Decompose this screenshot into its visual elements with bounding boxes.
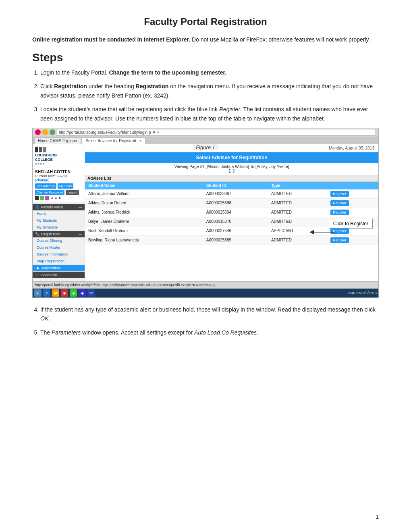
- cell-register[interactable]: Register: [327, 198, 378, 208]
- sidebar-item-my-students[interactable]: My Students: [33, 217, 85, 224]
- viewing-info: Viewing Page #1 [Allison, Joshua William…: [85, 163, 378, 175]
- sidebar: LOUISBURGCOLLEGE ■ ■ ■ ■ SHEILAH COTTEN …: [33, 144, 85, 281]
- cell-type: ADMITTED: [268, 189, 327, 199]
- sidebar-section-registration[interactable]: 🔧 Registration —: [33, 231, 85, 237]
- logo-bar-2: [39, 147, 42, 152]
- intro-paragraph: Online registration must be conducted in…: [32, 35, 379, 44]
- faculty-portal-arrow: —: [79, 205, 82, 209]
- step-4: If the student has any type of academic …: [40, 305, 379, 323]
- cell-id: A0000025889: [203, 235, 268, 245]
- change-password-button[interactable]: Change Password: [35, 190, 64, 195]
- cell-type: ADMITTED: [268, 235, 327, 245]
- registration-icon: 🔧: [35, 232, 39, 236]
- sidebar-item-degree-info[interactable]: Degree Information: [33, 251, 85, 258]
- sidebar-section-faculty-portal[interactable]: 👤 Faculty Portal —: [33, 204, 85, 210]
- step-5: The Parameters window opens. Accept all …: [40, 328, 379, 337]
- status-url: http://portal.louisburg.edu/eFaculty/efa…: [35, 283, 218, 287]
- step1-bold: Change the term to the upcoming semester…: [109, 69, 226, 76]
- sidebar-item-home[interactable]: Home: [33, 210, 85, 217]
- taskbar-start[interactable]: ⊞: [34, 289, 42, 297]
- sidebar-section-academic[interactable]: 🎓 Academic —: [33, 272, 85, 278]
- register-button[interactable]: Register: [330, 210, 349, 215]
- logo-bar-1: [35, 147, 38, 152]
- browser-address[interactable]: http://portal.louisburg.edu/eFaculty/efa…: [57, 129, 376, 135]
- table-row: Atkins, Devon Robert A0000025598 ADMITTE…: [85, 198, 378, 208]
- user-buttons: Edit Address My Stats Change Password Lo…: [35, 183, 82, 195]
- step-2: Click Registration under the heading Reg…: [40, 82, 379, 100]
- taskbar-ie[interactable]: e: [43, 289, 50, 297]
- advisee-list-label: Advisee List: [85, 175, 378, 182]
- steps-list: Login to the Faculty Portal. Change the …: [40, 68, 379, 123]
- registration-arrow: —: [79, 232, 82, 236]
- browser-tabs: Home CAMS Explorer Select Advisee for Re…: [33, 137, 378, 144]
- maximize-icon[interactable]: [50, 129, 55, 135]
- faculty-portal-icon: 👤: [35, 205, 39, 209]
- sidebar-nav: 👤 Faculty Portal — Home My Students My S…: [33, 202, 85, 280]
- viewing-range: Viewing Page #1 [Allison, Joshua William…: [87, 164, 377, 169]
- steps-list-continued: If the student has any type of academic …: [40, 305, 379, 337]
- taskbar-folder[interactable]: 📁: [52, 289, 59, 297]
- sidebar-item-stop-registration[interactable]: Stop Registration: [33, 258, 85, 265]
- cell-type: ADMITTED: [268, 217, 327, 226]
- steps-heading: Steps: [32, 51, 379, 64]
- college-tagline: ■ ■ ■ ■: [35, 162, 82, 165]
- cell-name: Atkins, Devon Robert: [85, 198, 203, 208]
- cell-id: A0000023887: [203, 189, 268, 199]
- academic-label: Academic: [41, 273, 57, 277]
- font-size-controls[interactable]: A A A: [51, 196, 61, 200]
- cell-id: A0000025694: [203, 208, 268, 217]
- taskbar-word[interactable]: W: [87, 289, 95, 297]
- step3-italic: Register: [219, 106, 240, 112]
- page-numbers: 1 2: [87, 169, 377, 173]
- sidebar-item-course-master[interactable]: Course Master: [33, 244, 85, 251]
- cell-type: ADMITTED: [268, 208, 327, 217]
- change-term-link[interactable]: (change): [35, 178, 50, 182]
- step4-italic: OK: [40, 315, 48, 322]
- user-name: SHEILAH COTTEN: [35, 170, 82, 174]
- minimize-icon[interactable]: [42, 129, 48, 135]
- page-num-1[interactable]: 1: [228, 169, 231, 173]
- taskbar-misc3[interactable]: ◆: [79, 289, 86, 297]
- browser-chrome: http://portal.louisburg.edu/eFaculty/efa…: [33, 128, 378, 137]
- select-advisee-header: Select Advisee for Registration: [85, 152, 378, 163]
- step5-italic2: Auto Load Co Requisites: [194, 329, 257, 336]
- college-name: LOUISBURGCOLLEGE: [35, 153, 82, 162]
- register-button[interactable]: Register: [330, 237, 349, 243]
- table-row: Atkins, Joshua Fredrick A0000025694 ADMI…: [85, 208, 378, 217]
- table-row: Allison, Joshua William A0000023887 ADMI…: [85, 189, 378, 199]
- tab-select-advisee[interactable]: Select Advisee for Registrati...×: [82, 137, 145, 144]
- cell-id: A0000015870: [203, 217, 268, 226]
- close-icon[interactable]: [35, 129, 41, 135]
- intro-bold: Online registration must be conducted in…: [32, 36, 190, 43]
- taskbar-misc2[interactable]: ◈: [70, 289, 77, 297]
- sidebar-item-course-offering[interactable]: Course Offering: [33, 237, 85, 244]
- cell-register[interactable]: Register: [327, 235, 378, 245]
- page-num-2[interactable]: 2: [232, 169, 235, 173]
- register-button[interactable]: Register: [330, 191, 349, 197]
- tab-home-cams[interactable]: Home CAMS Explorer: [34, 137, 81, 144]
- col-student-name: Student Name: [85, 182, 203, 189]
- page-number: 1: [376, 514, 379, 520]
- logo-bar-3: [43, 147, 46, 152]
- col-student-id: Student ID: [203, 182, 268, 189]
- col-action: [327, 182, 378, 189]
- sidebar-item-my-schedule[interactable]: My Schedule: [33, 224, 85, 231]
- sidebar-item-registration-active[interactable]: ▶ Registration: [33, 265, 85, 272]
- taskbar: ⊞ e 📁 ◉ ◈ ◆ W 3:46 PM 8/5/2013: [33, 289, 378, 297]
- cell-register[interactable]: Register: [327, 208, 378, 217]
- portal-date-header: Monday, August 05, 2013: [85, 144, 378, 152]
- my-stats-button[interactable]: My Stats: [58, 183, 73, 189]
- color-boxes: A A A: [35, 196, 82, 200]
- intro-normal: Do not use Mozilla or FireFox; otherwise…: [190, 36, 370, 43]
- step-3: Locate the student's name that will be r…: [40, 105, 379, 123]
- cell-register[interactable]: Register: [327, 189, 378, 199]
- logout-button[interactable]: Logout: [66, 190, 79, 195]
- register-button[interactable]: Register: [330, 200, 349, 206]
- callout-register: Click to Register: [329, 219, 373, 229]
- cell-name: Atkins, Joshua Fredrick: [85, 208, 203, 217]
- registration-label: Registration: [41, 232, 60, 236]
- advisee-table: Student Name Student ID Type Allison, Jo…: [85, 182, 378, 245]
- edit-address-button[interactable]: Edit Address: [35, 183, 56, 189]
- academic-arrow: —: [79, 273, 82, 277]
- taskbar-misc1[interactable]: ◉: [61, 289, 68, 297]
